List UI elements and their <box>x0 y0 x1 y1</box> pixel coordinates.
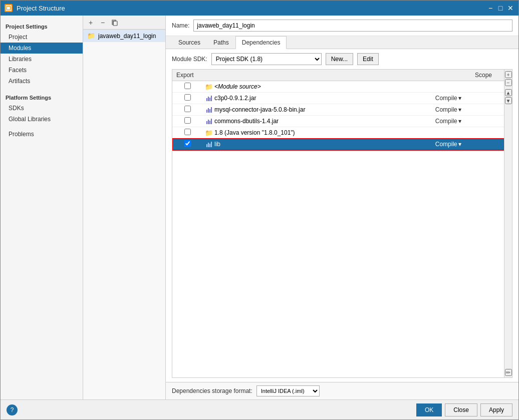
sidebar: Project Settings Project Modules Librari… <box>1 16 83 399</box>
table-row[interactable]: c3p0-0.9.1.2.jar Compile ▾ <box>172 93 504 104</box>
table-action-sidebar: + − ▲ ▼ ✏ <box>504 70 512 377</box>
scope-dropdown[interactable]: Compile ▾ <box>435 95 502 102</box>
close-button[interactable]: ✕ <box>506 4 514 12</box>
main-content: Name: Sources Paths Dependencies Mo <box>166 16 518 399</box>
chevron-down-icon: ▾ <box>458 106 461 113</box>
scope-dropdown[interactable]: Compile ▾ <box>435 118 502 125</box>
app-icon <box>5 4 13 12</box>
lib-icon <box>205 106 212 113</box>
platform-settings-title: Platform Settings <box>1 91 83 103</box>
sidebar-item-global-libraries[interactable]: Global Libraries <box>1 114 83 125</box>
apply-button[interactable]: Apply <box>480 403 512 416</box>
export-checkbox[interactable] <box>184 117 191 124</box>
sdk-select[interactable]: Project SDK (1.8) <box>211 53 322 65</box>
tab-dependencies[interactable]: Dependencies <box>235 36 287 49</box>
dep-name: c3p0-0.9.1.2.jar <box>214 95 256 102</box>
tab-paths[interactable]: Paths <box>207 36 235 49</box>
module-name: javaweb_day11_login <box>98 33 156 40</box>
sidebar-item-project[interactable]: Project <box>1 32 83 43</box>
sidebar-item-problems[interactable]: Problems <box>1 129 83 140</box>
name-col-header <box>202 70 432 81</box>
folder-icon: 📁 <box>205 83 212 90</box>
maximize-button[interactable]: □ <box>496 4 504 12</box>
lib-icon <box>205 141 212 148</box>
storage-bar: Dependencies storage format: IntelliJ ID… <box>166 382 518 399</box>
minimize-button[interactable]: − <box>486 4 494 12</box>
dep-name: lib <box>214 141 220 148</box>
module-item[interactable]: 📁 javaweb_day11_login <box>83 30 165 42</box>
chevron-down-icon: ▾ <box>458 118 461 125</box>
window-title: Project Structure <box>17 5 65 12</box>
help-button[interactable]: ? <box>7 404 18 415</box>
remove-module-button[interactable]: − <box>97 17 108 28</box>
export-checkbox[interactable] <box>184 129 191 135</box>
name-input[interactable] <box>193 20 512 32</box>
module-toolbar: + − <box>83 16 165 30</box>
sidebar-item-sdks[interactable]: SDKs <box>1 103 83 114</box>
table-row-selected[interactable]: lib Compile ▾ <box>172 139 504 150</box>
chevron-down-icon: ▾ <box>458 141 461 148</box>
scope-dropdown[interactable]: Compile ▾ <box>435 141 502 148</box>
dep-name: <Module source> <box>214 83 261 90</box>
edit-sdk-button[interactable]: Edit <box>357 53 379 65</box>
dep-name: mysql-connector-java-5.0.8-bin.jar <box>214 106 305 113</box>
ok-button[interactable]: OK <box>416 403 442 416</box>
dep-name: commons-dbutils-1.4.jar <box>214 118 279 125</box>
move-down-button[interactable]: ▼ <box>505 97 512 104</box>
sdk-row: Module SDK: Project SDK (1.8) New... Edi… <box>172 53 512 65</box>
dependencies-area: Module SDK: Project SDK (1.8) New... Edi… <box>166 49 518 382</box>
dependencies-table-container: Export Scope <box>172 69 512 378</box>
window-body: Project Settings Project Modules Librari… <box>1 16 518 399</box>
export-col-header: Export <box>172 70 202 81</box>
title-bar: Project Structure − □ ✕ <box>1 1 518 16</box>
project-settings-title: Project Settings <box>1 20 83 32</box>
name-bar: Name: <box>166 16 518 36</box>
dependencies-table: Export Scope <box>172 70 504 150</box>
move-up-button[interactable]: ▲ <box>505 89 512 96</box>
table-row[interactable]: commons-dbutils-1.4.jar Compile ▾ <box>172 116 504 127</box>
export-checkbox[interactable] <box>184 106 191 112</box>
edit-dep-button[interactable]: ✏ <box>505 369 512 376</box>
remove-dep-button[interactable]: − <box>505 79 512 86</box>
sidebar-item-artifacts[interactable]: Artifacts <box>1 76 83 87</box>
sidebar-item-modules[interactable]: Modules <box>1 43 83 54</box>
table-row[interactable]: 📁 <Module source> <box>172 81 504 93</box>
lib-icon <box>205 118 212 125</box>
svg-rect-1 <box>7 7 10 10</box>
copy-module-button[interactable] <box>109 17 120 28</box>
scope-dropdown[interactable]: Compile ▾ <box>435 106 502 113</box>
close-button-footer[interactable]: Close <box>445 403 477 416</box>
sidebar-item-facets[interactable]: Facets <box>1 65 83 76</box>
name-label: Name: <box>172 22 189 29</box>
export-checkbox[interactable] <box>184 140 191 147</box>
table-inner: Export Scope <box>172 70 504 377</box>
table-row[interactable]: mysql-connector-java-5.0.8-bin.jar Compi… <box>172 104 504 116</box>
export-checkbox[interactable] <box>184 94 191 101</box>
scope-col-header: Scope <box>432 70 504 81</box>
table-row[interactable]: 📁 1.8 (Java version "1.8.0_101") <box>172 127 504 139</box>
chevron-down-icon: ▾ <box>458 95 461 102</box>
add-module-button[interactable]: + <box>85 17 96 28</box>
new-sdk-button[interactable]: New... <box>326 53 353 65</box>
folder-icon: 📁 <box>205 129 212 136</box>
tab-sources[interactable]: Sources <box>172 36 207 49</box>
sidebar-item-libraries[interactable]: Libraries <box>1 54 83 65</box>
dep-name: 1.8 (Java version "1.8.0_101") <box>214 129 295 136</box>
project-structure-window: Project Structure − □ ✕ Project Settings… <box>0 0 519 420</box>
module-panel: + − 📁 javaweb_day11_login <box>83 16 166 399</box>
storage-label: Dependencies storage format: <box>172 387 252 394</box>
tabs-bar: Sources Paths Dependencies <box>166 36 518 49</box>
storage-format-select[interactable]: IntelliJ IDEA (.iml) Eclipse (.classpath… <box>256 385 320 396</box>
lib-icon <box>205 95 212 102</box>
module-folder-icon: 📁 <box>87 32 95 40</box>
export-checkbox[interactable] <box>184 83 191 89</box>
svg-rect-2 <box>113 21 117 26</box>
add-dep-button[interactable]: + <box>505 71 512 78</box>
sdk-label: Module SDK: <box>172 56 207 63</box>
footer: ? OK Close Apply <box>1 399 518 419</box>
